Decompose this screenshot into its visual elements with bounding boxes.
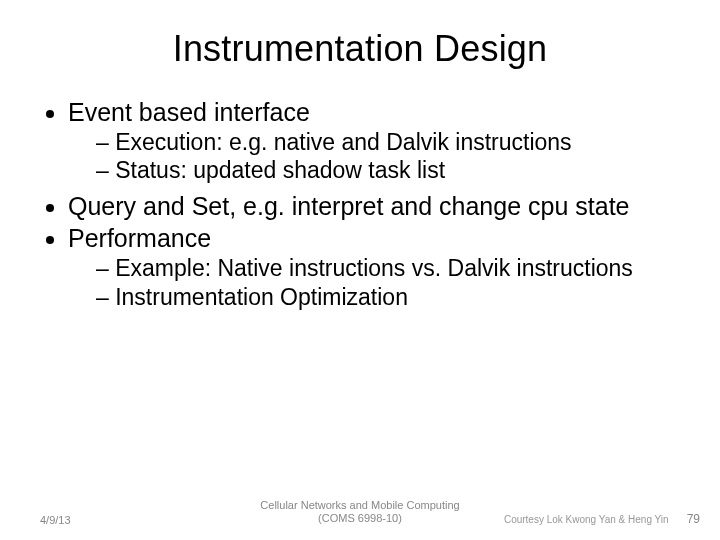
sub-bullet-optimization: Instrumentation Optimization (96, 284, 680, 310)
sub-bullet-execution: Execution: e.g. native and Dalvik instru… (96, 129, 680, 155)
bullet-list: Event based interface Execution: e.g. na… (40, 98, 680, 310)
sub-list: Execution: e.g. native and Dalvik instru… (68, 129, 680, 184)
sub-list: Example: Native instructions vs. Dalvik … (68, 255, 680, 310)
sub-bullet-status: Status: updated shadow task list (96, 157, 680, 183)
bullet-text: Performance (68, 224, 211, 252)
footer-date: 4/9/13 (40, 514, 71, 526)
bullet-text: Event based interface (68, 98, 310, 126)
slide-footer: 4/9/13 Cellular Networks and Mobile Comp… (0, 512, 720, 526)
slide: Instrumentation Design Event based inter… (0, 0, 720, 540)
slide-body: Event based interface Execution: e.g. na… (40, 98, 680, 310)
page-number: 79 (687, 512, 700, 526)
bullet-query-set: Query and Set, e.g. interpret and change… (68, 192, 680, 221)
footer-course-title: Cellular Networks and Mobile Computing (260, 499, 459, 513)
bullet-performance: Performance Example: Native instructions… (68, 224, 680, 310)
footer-course-code: (COMS 6998-10) (260, 512, 459, 526)
sub-bullet-example: Example: Native instructions vs. Dalvik … (96, 255, 680, 281)
slide-title: Instrumentation Design (40, 28, 680, 70)
footer-right: Courtesy Lok Kwong Yan & Heng Yin 79 (504, 512, 700, 526)
bullet-event-interface: Event based interface Execution: e.g. na… (68, 98, 680, 184)
footer-center: Cellular Networks and Mobile Computing (… (260, 499, 459, 527)
footer-credit: Courtesy Lok Kwong Yan & Heng Yin (504, 514, 669, 525)
